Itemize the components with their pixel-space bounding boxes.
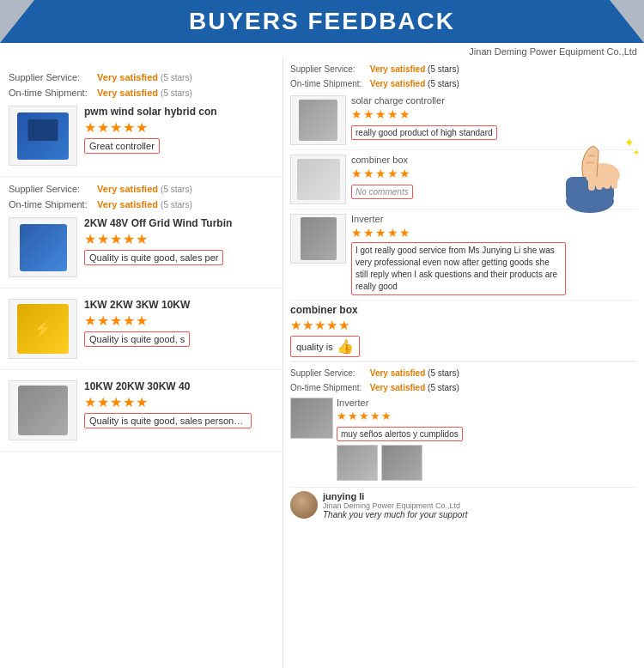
right-lower-section: Supplier Service: Very satisfied (5 star… (290, 361, 637, 487)
product-name-4: 10KW 20KW 30KW 40 (84, 380, 274, 392)
supplier-label-2: Supplier Service: (9, 182, 94, 197)
right-supplier-info: Supplier Service: Very satisfied (5 star… (290, 62, 637, 91)
combiner-shape-1 (297, 159, 340, 200)
rl-supplier-label: Supplier Service: (290, 366, 368, 380)
rl-shipment-stars: (5 stars) (428, 383, 459, 392)
review-section-4: 10KW 20KW 30KW 40 ★★★★★ Quality is quite… (0, 370, 283, 452)
review-content-1: pwm wind solar hybrid con ★★★★★ Great co… (84, 106, 274, 157)
review-section-3: 1KW 2KW 3KW 10KW ★★★★★ Quality is quite … (0, 288, 283, 370)
product-name-3: 1KW 2KW 3KW 10KW (84, 299, 274, 311)
small-img-1 (337, 445, 378, 481)
r-supplier-value: Very satisfied (370, 64, 425, 74)
product-image-3 (9, 299, 77, 359)
r-shipment-label: On-time Shipment: (290, 76, 368, 91)
product-name-2: 2KW 48V Off Grid Wind Turbin (84, 217, 274, 229)
comment-4: Quality is quite good, sales personnel i… (84, 413, 252, 428)
solar-shape (299, 100, 337, 141)
supplier-label: Supplier Service: (9, 70, 94, 86)
page-header: BUYERS FEEDBACK (0, 0, 644, 43)
inverter-content: Inverter ★★★★★ I got really good service… (351, 214, 637, 295)
product-shape-2 (20, 224, 67, 271)
inverter-shape (301, 217, 337, 260)
stars-3: ★★★★★ (84, 313, 274, 329)
inverter-stars: ★★★★★ (351, 226, 637, 240)
product-shape-4 (18, 386, 68, 435)
product-review-4: 10KW 20KW 30KW 40 ★★★★★ Quality is quite… (9, 375, 274, 446)
right-lower-left: Supplier Service: Very satisfied (5 star… (290, 366, 637, 483)
lower-inverter-stars: ★★★★★ (337, 410, 463, 422)
shipment-stars: (5 stars) (161, 88, 192, 98)
lower-inverter-content: Inverter ★★★★★ muy seños alertos y cumpl… (337, 398, 463, 481)
product-review-3: 1KW 2KW 3KW 10KW ★★★★★ Quality is quite … (9, 294, 274, 364)
user-zone: junying li Jinan Deming Power Equipment … (290, 487, 637, 523)
product-shape-3 (17, 304, 69, 354)
right-panel: Supplier Service: Very satisfied (5 star… (283, 58, 644, 668)
shipment-value: Very satisfied (97, 88, 158, 98)
combiner-stars-2: ★★★★★ (290, 318, 637, 333)
small-imgs (337, 445, 463, 481)
r-supplier-label: Supplier Service: (290, 62, 368, 76)
lower-inverter-img (290, 398, 333, 439)
r-shipment-stars: (5 stars) (428, 79, 459, 88)
stars-1: ★★★★★ (84, 119, 274, 136)
combiner-name-2: combiner box (290, 304, 637, 316)
product-review-2: 2KW 48V Off Grid Wind Turbin ★★★★★ Quali… (9, 212, 274, 282)
supplier-info-1: Supplier Service: Very satisfied (5 star… (9, 70, 274, 100)
rl-supplier-value: Very satisfied (370, 368, 425, 378)
rl-shipment-label: On-time Shipment: (290, 380, 368, 395)
svg-rect-6 (611, 175, 617, 189)
review-content-4: 10KW 20KW 30KW 40 ★★★★★ Quality is quite… (84, 380, 274, 432)
junying-avatar (290, 491, 318, 519)
combiner-img-1 (290, 155, 346, 204)
supplier-value-2: Very satisfied (97, 184, 158, 194)
inverter-comment: I got really good service from Ms Junyin… (351, 242, 566, 295)
product-image-1 (9, 106, 77, 166)
right-lower-supplier: Supplier Service: Very satisfied (5 star… (290, 366, 637, 395)
solar-stars: ★★★★★ (351, 107, 637, 121)
svg-rect-5 (604, 173, 611, 189)
page-title: BUYERS FEEDBACK (189, 8, 455, 35)
comment-3: Quality is quite good, s (84, 331, 190, 347)
product-review-1: pwm wind solar hybrid con ★★★★★ Great co… (9, 100, 274, 171)
lower-inverter-comment: muy seños alertos y cumplidos (337, 427, 463, 441)
user-name: junying li (323, 491, 467, 501)
rl-shipment-value: Very satisfied (370, 383, 425, 392)
shipment-label-2: On-time Shipment: (9, 197, 94, 213)
shipment-label: On-time Shipment: (9, 86, 94, 101)
company-name: Jinan Deming Power Equipment Co.,Ltd (0, 43, 644, 58)
supplier-value: Very satisfied (97, 72, 158, 82)
comment-2: Quality is quite good, sales per (84, 250, 223, 265)
supplier-stars-2: (5 stars) (161, 185, 192, 194)
user-company: Jinan Deming Power Equipment Co.,Ltd (323, 501, 467, 510)
supplier-info-2: Supplier Service: Very satisfied (5 star… (9, 182, 274, 212)
thank-support-text: Thank you very much for your support (323, 510, 467, 519)
product-shape-1 (17, 112, 69, 160)
supplier-stars: (5 stars) (161, 73, 192, 82)
stars-4: ★★★★★ (84, 394, 274, 410)
no-comments: No comments (351, 185, 413, 199)
combiner-comment-2: quality is 👍 (290, 336, 360, 357)
left-panel: Supplier Service: Very satisfied (5 star… (0, 58, 283, 668)
user-info: junying li Jinan Deming Power Equipment … (323, 491, 467, 519)
thumbs-emoji-icon: 👍 (337, 338, 354, 355)
review-section-1: Supplier Service: Very satisfied (5 star… (0, 65, 283, 177)
solar-img (290, 95, 346, 145)
quality-is-text: quality is (296, 342, 333, 352)
product-name-1: pwm wind solar hybrid con (84, 106, 274, 118)
main-content: Supplier Service: Very satisfied (5 star… (0, 58, 644, 668)
shipment-value-2: Very satisfied (97, 199, 158, 210)
product-image-4 (9, 380, 77, 440)
review-section-2: Supplier Service: Very satisfied (5 star… (0, 177, 283, 288)
thumbs-up-svg: ✦ ✦ (564, 134, 641, 216)
stars-2: ★★★★★ (84, 231, 274, 247)
right-reviews-top: solar charge controller ★★★★★ really goo… (290, 91, 637, 210)
review-content-2: 2KW 48V Off Grid Wind Turbin ★★★★★ Quali… (84, 217, 274, 269)
comment-1: Great controller (84, 138, 160, 154)
thumbs-up-icon: ✦ ✦ (564, 134, 641, 225)
svg-rect-3 (588, 173, 595, 191)
r-supplier-stars: (5 stars) (428, 64, 459, 74)
lower-inverter-row: Inverter ★★★★★ muy seños alertos y cumpl… (290, 395, 637, 483)
shipment-stars-2: (5 stars) (161, 200, 192, 210)
solar-name: solar charge controller (351, 95, 637, 106)
lower-inverter-name: Inverter (337, 398, 463, 408)
